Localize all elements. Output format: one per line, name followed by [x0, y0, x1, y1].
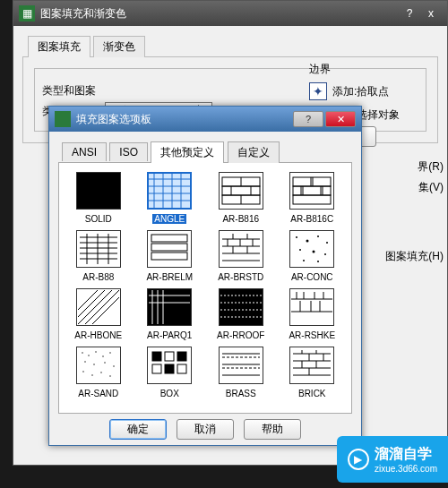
pattern-ar-hbone[interactable]: AR-HBONE: [65, 288, 133, 341]
svg-rect-94: [177, 352, 186, 361]
pattern-solid[interactable]: SOLID: [65, 172, 133, 225]
tab-ansi[interactable]: ANSI: [62, 142, 107, 161]
svg-line-60: [92, 297, 119, 324]
svg-line-57: [85, 290, 119, 324]
svg-point-53: [324, 253, 326, 255]
svg-line-58: [78, 290, 105, 317]
svg-point-79: [82, 352, 82, 353]
main-titlebar: ▦ 图案填充和渐变色 ? x: [13, 1, 447, 26]
pattern-ar-rroof[interactable]: AR-RROOF: [207, 288, 275, 341]
pattern-ar-b88[interactable]: AR-B88: [65, 230, 133, 283]
badge-site: zixue.3d66.com: [375, 464, 437, 474]
svg-point-90: [100, 372, 101, 372]
tab-gradient[interactable]: 渐变色: [93, 36, 145, 57]
close-button[interactable]: x: [420, 7, 442, 20]
svg-rect-93: [165, 352, 174, 361]
tab-custom[interactable]: 自定义: [228, 141, 280, 163]
pattern-brass[interactable]: BRASS: [207, 347, 275, 399]
palette-body: ANSI ISO 其他预定义 自定义 SOLID ANGLE AR-B816 A…: [49, 132, 361, 449]
svg-rect-97: [177, 364, 186, 373]
tab-other-predefined[interactable]: 其他预定义: [151, 141, 224, 163]
svg-point-54: [303, 260, 305, 261]
pattern-grid: SOLID ANGLE AR-B816 AR-B816C AR-B88 AR-B…: [65, 172, 346, 399]
svg-point-84: [84, 361, 85, 362]
svg-point-52: [313, 251, 315, 253]
svg-rect-35: [151, 253, 187, 260]
pattern-brick[interactable]: BRICK: [279, 347, 347, 399]
watermark-badge: ▶ 溜溜自学 zixue.3d66.com: [337, 436, 448, 483]
svg-point-85: [93, 364, 94, 364]
pattern-box[interactable]: BOX: [136, 347, 204, 399]
palette-help-button-bottom[interactable]: 帮助: [244, 419, 301, 440]
svg-point-86: [104, 362, 105, 363]
palette-title: 填充图案选项板: [76, 112, 291, 127]
boundary-pick-label: 添加:拾取点: [332, 84, 389, 99]
svg-point-51: [299, 249, 301, 251]
palette-help-button[interactable]: ?: [293, 111, 323, 127]
play-icon: ▶: [348, 449, 369, 470]
svg-point-47: [296, 236, 297, 238]
boundary-title: 边界: [309, 62, 448, 77]
svg-point-91: [109, 375, 110, 376]
hatch-pattern-palette-dialog: 填充图案选项板 ? ✕ ANSI ISO 其他预定义 自定义 SOLID ANG…: [48, 106, 362, 446]
svg-rect-16: [293, 177, 331, 186]
badge-name: 溜溜自学: [375, 445, 437, 464]
svg-point-48: [306, 240, 309, 243]
svg-line-56: [78, 290, 112, 324]
palette-titlebar: 填充图案选项板 ? ✕: [49, 107, 361, 132]
svg-point-81: [95, 351, 96, 352]
svg-rect-96: [165, 364, 174, 373]
svg-point-83: [109, 352, 110, 353]
palette-buttons: 确定 取消 帮助: [58, 419, 352, 440]
pattern-ar-brelm[interactable]: AR-BRELM: [136, 230, 204, 283]
svg-point-50: [326, 242, 328, 244]
pattern-ar-brstd[interactable]: AR-BRSTD: [207, 230, 275, 283]
svg-point-49: [317, 235, 319, 237]
svg-rect-10: [222, 186, 260, 195]
svg-rect-95: [152, 364, 161, 373]
pattern-ar-b816[interactable]: AR-B816: [207, 172, 275, 225]
svg-point-88: [82, 371, 83, 372]
svg-rect-33: [151, 235, 187, 242]
svg-point-55: [317, 261, 319, 262]
pattern-ar-conc[interactable]: AR-CONC: [279, 230, 347, 283]
main-title: 图案填充和渐变色: [40, 6, 399, 21]
tab-iso[interactable]: ISO: [109, 142, 148, 161]
svg-rect-34: [151, 244, 187, 251]
svg-point-87: [113, 365, 114, 366]
pattern-angle[interactable]: ANGLE: [136, 172, 204, 225]
palette-close-button[interactable]: ✕: [325, 111, 356, 127]
palette-content: SOLID ANGLE AR-B816 AR-B816C AR-B88 AR-B…: [58, 163, 352, 414]
main-tabs: 图案填充 渐变色: [22, 35, 438, 57]
palette-app-icon: [55, 111, 71, 127]
palette-cancel-button[interactable]: 取消: [177, 419, 234, 440]
svg-point-89: [91, 374, 92, 375]
svg-point-82: [102, 355, 103, 356]
pattern-ar-sand[interactable]: AR-SAND: [65, 347, 133, 399]
palette-tabs: ANSI ISO 其他预定义 自定义: [58, 141, 352, 163]
help-button[interactable]: ?: [399, 7, 420, 20]
svg-rect-92: [152, 352, 161, 361]
palette-ok-button[interactable]: 确定: [109, 419, 167, 440]
pattern-ar-rshke[interactable]: AR-RSHKE: [279, 288, 347, 341]
app-icon: ▦: [19, 5, 35, 21]
pattern-ar-parq1[interactable]: AR-PARQ1: [136, 288, 204, 341]
pick-point-icon: ✦: [309, 82, 327, 100]
svg-rect-18: [293, 195, 331, 204]
tab-hatch[interactable]: 图案填充: [28, 36, 90, 57]
pattern-ar-b816c[interactable]: AR-B816C: [279, 172, 347, 225]
svg-rect-17: [293, 186, 331, 195]
svg-point-80: [88, 355, 89, 355]
boundary-pick-point[interactable]: ✦ 添加:拾取点: [309, 82, 448, 100]
